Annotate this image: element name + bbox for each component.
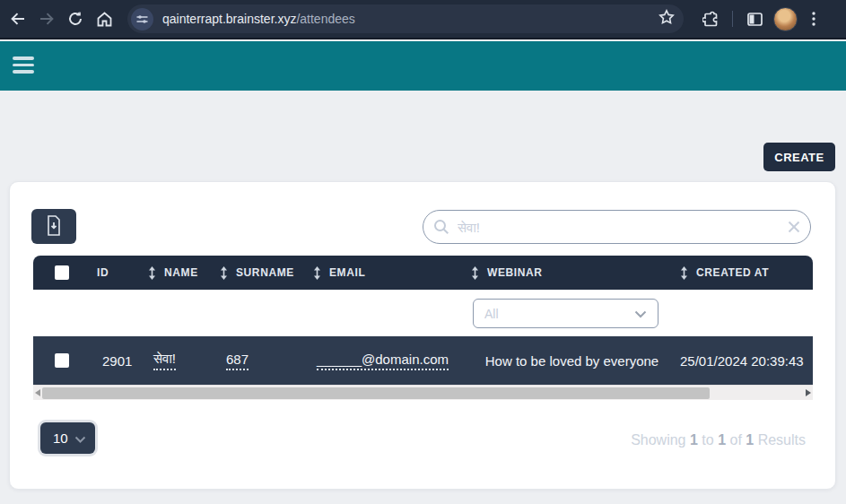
reload-icon[interactable] (61, 4, 90, 33)
select-all-checkbox[interactable] (55, 265, 69, 280)
search-icon (433, 219, 449, 239)
webinar-filter-select[interactable]: All (473, 299, 658, 328)
avatar (773, 7, 798, 31)
page-size-value: 10 (53, 430, 74, 446)
column-label: ID (97, 266, 109, 279)
page-size-select[interactable]: 10 (40, 422, 95, 454)
row-select-cell (33, 353, 76, 368)
export-button[interactable] (31, 209, 76, 244)
table-header-row: ID NAME SURNAME EMAIL WEBINAR CREATED AT (33, 256, 813, 290)
attendees-card: ID NAME SURNAME EMAIL WEBINAR CREATED AT (9, 181, 836, 490)
cell-name-value[interactable]: सेवा! (153, 351, 176, 370)
column-label: NAME (164, 266, 198, 279)
site-settings-icon[interactable] (131, 8, 153, 30)
column-header-created-at[interactable]: CREATED AT (676, 266, 813, 280)
sort-icon[interactable] (220, 266, 228, 280)
cell-surname: 687 (216, 352, 310, 370)
forward-icon[interactable] (32, 4, 61, 33)
column-label: SURNAME (236, 266, 294, 279)
attendees-table: ID NAME SURNAME EMAIL WEBINAR CREATED AT (33, 256, 813, 400)
app-header (0, 41, 846, 91)
sort-icon[interactable] (471, 266, 479, 280)
url-domain: qainterrapt.brainster.xyz (162, 12, 296, 26)
address-bar[interactable]: qainterrapt.brainster.xyz/attendees (127, 4, 684, 33)
table-filter-row: All (33, 290, 813, 336)
cell-created-at: 25/01/2024 20:39:43 (676, 353, 813, 369)
search-input[interactable] (423, 210, 811, 244)
browser-menu-icon[interactable] (799, 4, 828, 33)
bookmark-star-icon[interactable] (658, 9, 675, 29)
column-label: CREATED AT (696, 266, 769, 279)
column-header-webinar[interactable]: WEBINAR (467, 266, 676, 280)
create-button[interactable]: CREATE (763, 143, 835, 171)
file-download-icon (45, 214, 63, 239)
cell-email-value[interactable]: ______@domain.com (317, 352, 449, 370)
horizontal-scrollbar[interactable] (33, 385, 813, 400)
cell-webinar: How to be loved by everyone (467, 353, 676, 369)
cell-surname-value[interactable]: 687 (226, 352, 249, 370)
sort-icon[interactable] (680, 266, 688, 280)
cell-name: सेवा! (144, 351, 216, 370)
chevron-down-icon (74, 430, 86, 446)
column-label: WEBINAR (487, 266, 543, 279)
results-summary: Showing 1 to 1 of 1 Results (631, 432, 806, 448)
column-header-name[interactable]: NAME (144, 266, 216, 280)
column-header-id[interactable]: ID (76, 266, 144, 279)
sort-icon[interactable] (148, 266, 156, 280)
url-path: /attendees (296, 12, 354, 26)
back-icon[interactable] (4, 4, 32, 33)
webinar-filter-value: All (484, 307, 634, 321)
search-box (423, 210, 811, 244)
column-label: EMAIL (329, 266, 365, 279)
cell-id: 2901 (76, 353, 144, 369)
scrollbar-thumb[interactable] (42, 387, 710, 399)
scroll-left-arrow[interactable] (35, 389, 40, 396)
url-text: qainterrapt.brainster.xyz/attendees (162, 12, 658, 26)
cell-email: ______@domain.com (310, 352, 467, 370)
clear-search-icon[interactable] (788, 221, 800, 237)
profile-avatar[interactable] (771, 4, 799, 33)
sort-icon[interactable] (313, 266, 321, 280)
toolbar-divider (732, 11, 733, 27)
browser-toolbar: qainterrapt.brainster.xyz/attendees (0, 0, 846, 39)
row-checkbox[interactable] (55, 353, 69, 368)
chevron-down-icon (634, 306, 647, 322)
extensions-icon[interactable] (696, 4, 725, 33)
side-panel-icon[interactable] (740, 4, 769, 33)
scroll-right-arrow[interactable] (806, 389, 811, 396)
column-header-email[interactable]: EMAIL (310, 266, 467, 280)
home-icon[interactable] (90, 4, 118, 33)
select-all-cell (33, 265, 76, 280)
column-header-surname[interactable]: SURNAME (216, 266, 310, 280)
table-row[interactable]: 2901 सेवा! 687 ______@domain.com How to … (33, 336, 813, 385)
hamburger-menu-icon[interactable] (13, 56, 34, 74)
